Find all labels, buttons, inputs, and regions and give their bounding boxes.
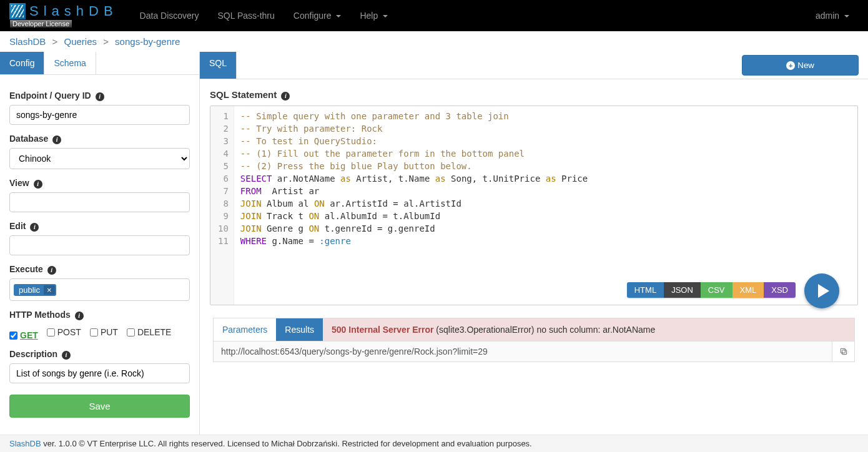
description-input[interactable] — [9, 363, 190, 383]
format-json[interactable]: JSON — [664, 282, 701, 298]
tab-parameters[interactable]: Parameters — [214, 318, 276, 341]
right-tabs: SQL +New — [200, 52, 868, 79]
info-icon[interactable]: i — [34, 180, 42, 189]
edit-label: Edit i — [9, 221, 190, 232]
nav-sql-passthru[interactable]: SQL Pass-thru — [209, 1, 284, 30]
sql-editor[interactable]: 1234567891011 -- Simple query with one p… — [210, 106, 858, 305]
config-form: Endpoint / Query ID i Database i Chinook… — [0, 75, 199, 427]
edit-input[interactable] — [9, 235, 190, 255]
execute-label: Execute i — [9, 264, 190, 275]
play-button[interactable] — [804, 273, 839, 308]
format-xsd[interactable]: XSD — [764, 282, 796, 298]
info-icon[interactable]: i — [62, 351, 71, 360]
footer-text: ver. 1.0.0 © VT Enterprise LLC. All righ… — [43, 439, 532, 441]
info-icon[interactable]: i — [52, 135, 61, 144]
info-icon[interactable]: i — [30, 223, 39, 232]
plus-icon: + — [786, 61, 795, 70]
footer: SlashDB ver. 1.0.0 © VT Enterprise LLC. … — [0, 435, 868, 441]
database-label: Database i — [9, 134, 190, 144]
method-get[interactable]: GET — [9, 330, 38, 340]
sql-code[interactable]: -- Simple query with one parameter and 3… — [234, 106, 594, 305]
svg-rect-1 — [841, 348, 845, 353]
breadcrumb-current[interactable]: songs-by-genre — [115, 36, 180, 47]
new-button[interactable]: +New — [742, 55, 859, 76]
brand[interactable]: SlashDB Developer License — [9, 3, 118, 28]
user-menu[interactable]: admin — [806, 1, 859, 30]
format-bar: HTML JSON CSV XML XSD — [627, 282, 796, 298]
left-tabs: Config Schema — [0, 52, 199, 75]
info-icon[interactable]: i — [281, 92, 290, 101]
description-label: Description i — [9, 349, 190, 360]
nav-configure[interactable]: Configure — [284, 1, 351, 30]
info-icon[interactable]: i — [75, 312, 84, 320]
view-input[interactable] — [9, 192, 190, 212]
tag-remove-icon[interactable]: × — [44, 285, 55, 295]
tab-results[interactable]: Results — [276, 318, 323, 341]
copy-icon — [839, 347, 848, 356]
execute-tag: public× — [14, 284, 56, 296]
breadcrumb-root[interactable]: SlashDB — [9, 36, 46, 47]
method-post[interactable]: POST — [47, 327, 81, 337]
execute-input[interactable]: public× — [9, 278, 190, 301]
sql-gutter: 1234567891011 — [210, 106, 234, 305]
database-select[interactable]: Chinook — [9, 148, 190, 169]
result-tabs: Parameters Results 500 Internal Server E… — [213, 318, 855, 341]
endpoint-label: Endpoint / Query ID i — [9, 91, 190, 101]
tab-config[interactable]: Config — [0, 52, 44, 74]
nav-data-discovery[interactable]: Data Discovery — [131, 1, 209, 30]
brand-logo-icon — [9, 3, 26, 19]
brand-text: SlashDB — [29, 3, 118, 19]
nav-items: Data Discovery SQL Pass-thru Configure H… — [131, 1, 398, 30]
license-badge: Developer License — [9, 19, 72, 28]
nav-help[interactable]: Help — [350, 1, 397, 30]
breadcrumb: SlashDB > Queries > songs-by-genre — [0, 31, 868, 52]
caret-icon — [383, 15, 388, 17]
tab-sql[interactable]: SQL — [200, 52, 237, 79]
svg-rect-0 — [842, 350, 846, 355]
http-methods: GET POST PUT DELETE — [9, 324, 190, 340]
caret-icon — [844, 15, 849, 17]
top-navbar: SlashDB Developer License Data Discovery… — [0, 0, 868, 31]
save-button[interactable]: Save — [9, 395, 190, 418]
http-methods-label: HTTP Methods i — [9, 310, 190, 320]
sql-heading: SQL Statement i — [210, 89, 858, 101]
breadcrumb-queries[interactable]: Queries — [64, 36, 97, 47]
tab-schema[interactable]: Schema — [44, 52, 96, 74]
error-message: 500 Internal Server Error (sqlite3.Opera… — [323, 318, 854, 341]
result-url-row — [213, 341, 855, 362]
view-label: View i — [9, 178, 190, 189]
format-csv[interactable]: CSV — [701, 282, 732, 298]
info-icon[interactable]: i — [47, 266, 56, 275]
endpoint-input[interactable] — [9, 105, 190, 125]
method-delete[interactable]: DELETE — [127, 327, 171, 337]
result-url[interactable] — [214, 341, 832, 361]
method-put[interactable]: PUT — [90, 327, 118, 337]
footer-brand[interactable]: SlashDB — [9, 439, 41, 441]
caret-icon — [336, 15, 341, 17]
info-icon[interactable]: i — [96, 92, 104, 101]
format-xml[interactable]: XML — [732, 282, 764, 298]
copy-button[interactable] — [832, 341, 854, 361]
format-html[interactable]: HTML — [627, 282, 664, 298]
